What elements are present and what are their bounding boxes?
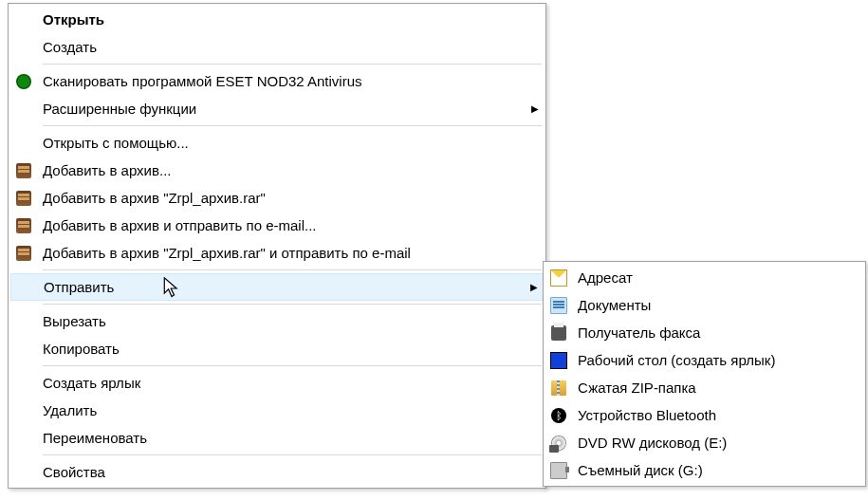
menu-item-add-archive[interactable]: Добавить в архив... (10, 157, 544, 184)
mail-icon (545, 269, 572, 287)
menu-label: Получатель факса (572, 324, 863, 341)
menu-label: Открыть (37, 11, 544, 28)
context-menu-sendto: Адресат Документы Получатель факса Рабоч… (543, 261, 866, 487)
menu-item-advanced[interactable]: Расширенные функции ▶ (10, 95, 544, 122)
menu-label: Рабочий стол (создать ярлык) (572, 352, 863, 368)
menu-item-create-shortcut[interactable]: Создать ярлык (10, 369, 544, 397)
sendto-item-fax[interactable]: Получатель факса (545, 319, 863, 346)
menu-label: Удалить (37, 402, 544, 418)
context-menu-main: Открыть Создать Сканировать программой E… (8, 3, 546, 489)
sendto-item-dvd[interactable]: DVD RW дисковод (E:) (545, 429, 863, 456)
menu-item-open[interactable]: Открыть (10, 6, 544, 33)
archive-icon (10, 191, 37, 206)
menu-label: Переименовать (37, 430, 544, 446)
menu-label: Устройство Bluetooth (572, 407, 863, 423)
sendto-item-desktop[interactable]: Рабочий стол (создать ярлык) (545, 346, 863, 374)
submenu-arrow-icon: ▶ (526, 282, 543, 292)
menu-label: Вырезать (37, 313, 544, 329)
menu-separator (43, 365, 542, 366)
removable-drive-icon (545, 462, 572, 479)
eset-icon (10, 74, 37, 89)
menu-separator (43, 454, 542, 455)
archive-icon (10, 163, 37, 178)
zip-icon (545, 380, 572, 396)
desktop-icon (545, 352, 572, 369)
menu-item-open-with[interactable]: Открыть с помощью... (10, 129, 544, 157)
menu-item-send-to[interactable]: Отправить ▶ (10, 273, 544, 301)
menu-label: Добавить в архив и отправить по e-mail..… (37, 217, 544, 233)
bluetooth-icon: ᛒ (545, 408, 572, 423)
menu-label: Сжатая ZIP-папка (572, 380, 863, 396)
documents-icon (545, 297, 572, 314)
menu-item-properties[interactable]: Свойства (10, 458, 544, 486)
menu-item-cut[interactable]: Вырезать (10, 307, 544, 335)
menu-separator (43, 125, 542, 126)
menu-label: DVD RW дисковод (E:) (572, 435, 863, 451)
menu-item-eset-scan[interactable]: Сканировать программой ESET NOD32 Antivi… (10, 67, 544, 95)
menu-label: Создать (37, 39, 544, 55)
menu-item-create[interactable]: Создать (10, 33, 544, 61)
menu-label: Создать ярлык (37, 375, 544, 391)
menu-item-delete[interactable]: Удалить (10, 397, 544, 424)
menu-item-add-archive-named-email[interactable]: Добавить в архив "Zrpl_архив.rar" и отпр… (10, 239, 544, 267)
menu-separator (43, 64, 542, 65)
menu-item-add-archive-named[interactable]: Добавить в архив "Zrpl_архив.rar" (10, 184, 544, 212)
menu-label: Адресат (572, 269, 863, 286)
menu-label: Добавить в архив... (37, 162, 544, 178)
submenu-arrow-icon: ▶ (526, 103, 544, 114)
fax-icon (545, 325, 572, 341)
sendto-item-removable[interactable]: Съемный диск (G:) (545, 456, 863, 484)
menu-separator (43, 304, 542, 305)
menu-label: Расширенные функции (37, 101, 526, 117)
menu-separator (43, 269, 542, 270)
dvd-drive-icon (545, 435, 572, 451)
sendto-item-zip[interactable]: Сжатая ZIP-папка (545, 374, 863, 401)
menu-label: Отправить (38, 279, 526, 295)
menu-label: Открыть с помощью... (37, 135, 544, 151)
menu-item-rename[interactable]: Переименовать (10, 424, 544, 452)
archive-icon (10, 246, 37, 261)
menu-label: Документы (572, 297, 863, 313)
sendto-item-bluetooth[interactable]: ᛒ Устройство Bluetooth (545, 401, 863, 429)
menu-item-copy[interactable]: Копировать (10, 335, 544, 362)
menu-label: Добавить в архив "Zrpl_архив.rar" и отпр… (37, 245, 544, 261)
menu-label: Копировать (37, 341, 544, 357)
sendto-item-recipient[interactable]: Адресат (545, 264, 863, 291)
menu-label: Свойства (37, 464, 544, 480)
menu-label: Съемный диск (G:) (572, 462, 863, 478)
sendto-item-documents[interactable]: Документы (545, 291, 863, 319)
menu-item-add-archive-email[interactable]: Добавить в архив и отправить по e-mail..… (10, 212, 544, 239)
menu-label: Добавить в архив "Zrpl_архив.rar" (37, 190, 544, 206)
menu-label: Сканировать программой ESET NOD32 Antivi… (37, 73, 544, 89)
archive-icon (10, 218, 37, 233)
